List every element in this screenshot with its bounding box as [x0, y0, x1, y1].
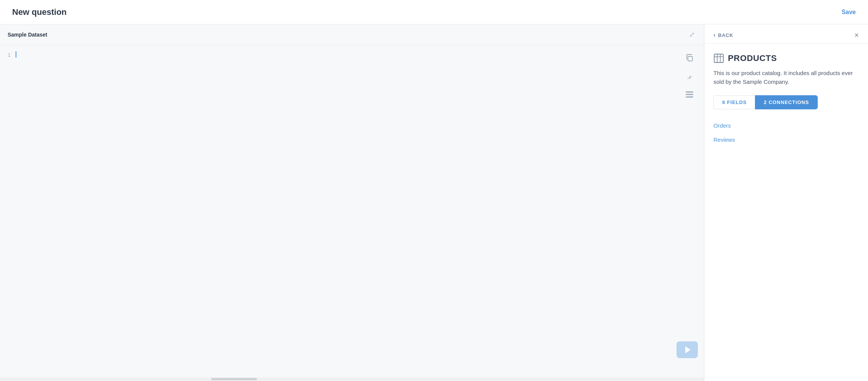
play-icon — [685, 346, 691, 353]
copy-icon[interactable] — [683, 52, 696, 64]
dataset-label: Sample Dataset — [8, 32, 47, 38]
svg-rect-3 — [686, 96, 693, 98]
tab-fields[interactable]: 8 FIELDS — [713, 95, 755, 109]
svg-rect-1 — [686, 91, 693, 93]
tabs-row: 8 FIELDS 2 CONNECTIONS — [713, 95, 859, 109]
back-chevron-icon: ‹ — [713, 32, 716, 38]
page-title: New question — [12, 7, 67, 17]
connections-list: Orders Reviews — [713, 118, 859, 147]
minimize-icon[interactable]: ⤢ — [688, 29, 696, 40]
horizontal-scrollbar[interactable] — [0, 377, 704, 381]
variable-icon[interactable]: 𝓍 — [683, 70, 696, 82]
right-icon-bar: 𝓍 — [680, 47, 699, 105]
code-area[interactable]: 1 — [0, 45, 704, 381]
line-number: 1 — [8, 51, 11, 59]
right-panel-header: ‹ BACK × — [704, 24, 868, 44]
panel-table-title: PRODUCTS — [713, 53, 859, 64]
line-numbers: 1 — [8, 51, 11, 375]
text-cursor — [16, 51, 16, 58]
scrollbar-thumb — [211, 378, 257, 380]
svg-rect-2 — [686, 94, 693, 95]
run-button[interactable] — [677, 341, 698, 358]
back-label: BACK — [718, 32, 733, 38]
close-button[interactable]: × — [854, 31, 859, 39]
table-icon — [713, 53, 724, 64]
right-panel: ‹ BACK × PRODUCTS This is o — [704, 24, 868, 381]
main-layout: Sample Dataset ⤢ 1 𝓍 — [0, 24, 868, 381]
code-input-area[interactable] — [15, 51, 696, 375]
panel-description: This is our product catalog. It includes… — [713, 69, 859, 86]
header: New question Save — [0, 0, 868, 24]
back-button[interactable]: ‹ BACK — [713, 32, 733, 38]
toolbar-right: ⤢ — [688, 29, 696, 40]
panel-table-name: PRODUCTS — [728, 53, 777, 63]
editor-toolbar: Sample Dataset ⤢ — [0, 24, 704, 45]
svg-rect-4 — [714, 54, 723, 62]
tab-connections[interactable]: 2 CONNECTIONS — [755, 95, 818, 109]
format-icon[interactable] — [683, 88, 696, 101]
svg-rect-0 — [688, 56, 692, 61]
connection-orders[interactable]: Orders — [713, 118, 731, 133]
save-button[interactable]: Save — [842, 9, 856, 16]
cursor-line — [15, 51, 696, 58]
connection-reviews[interactable]: Reviews — [713, 133, 735, 147]
editor-panel: Sample Dataset ⤢ 1 𝓍 — [0, 24, 704, 381]
panel-content: PRODUCTS This is our product catalog. It… — [704, 44, 868, 381]
